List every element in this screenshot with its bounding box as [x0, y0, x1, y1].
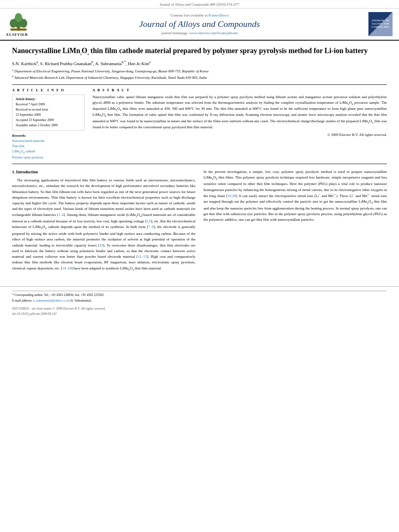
keywords-label: Keywords:: [12, 134, 84, 138]
divider-1: [12, 84, 387, 85]
doi-line: doi:10.1016/j.jallcom.2009.09.147: [12, 312, 387, 317]
article-info-abstract-columns: A R T I C L E I N F O Article history: R…: [12, 88, 387, 160]
journal-logo-right: JOURNAL OF ALLOYS AND COMPOUNDS: [364, 12, 393, 36]
journal-reference-bar: Journal of Alloys and Compounds 489 (201…: [0, 0, 399, 8]
issn-line: 0925-8388/$ – see front matter © 2009 El…: [12, 306, 387, 312]
abstract-column: A B S T R A C T Nanocrystalline cubic sp…: [93, 88, 387, 160]
footer-divider: [12, 291, 387, 291]
svg-point-4: [15, 13, 22, 22]
received-date: Received 7 April 2009 Received in revise…: [16, 102, 81, 128]
keywords-list: Nanostructured materials Thin film LiMn2…: [12, 139, 84, 160]
copyright-line: © 2009 Elsevier B.V. All rights reserved…: [93, 133, 387, 137]
body-content: 1. Introduction The increasing applicati…: [12, 169, 387, 275]
body-col-right: In the present investigation, a simple, …: [204, 169, 387, 275]
journal-title: Journal of Alloys and Compounds: [39, 19, 360, 29]
body-col-left: 1. Introduction The increasing applicati…: [12, 169, 195, 275]
keyword-1: Nanostructured materials: [12, 139, 84, 144]
sciencedirect-link[interactable]: ScienceDirect: [208, 13, 228, 17]
bottom-bar: 0925-8388/$ – see front matter © 2009 El…: [12, 306, 387, 317]
abstract-text: Nanocrystalline cubic spinel lithium man…: [93, 94, 387, 130]
elsevier-tree-icon: [6, 12, 31, 32]
author-email-link[interactable]: a_subramania@yahoo.co.in: [33, 299, 69, 302]
intro-para-1: The increasing applications of microleve…: [12, 177, 195, 272]
article-title: Nanocrystalline LiMn2O4 thin film cathod…: [12, 46, 387, 56]
page: Journal of Alloys and Compounds 489 (201…: [0, 0, 399, 532]
article-info-column: A R T I C L E I N F O Article history: R…: [12, 88, 84, 160]
journal-center: Contents lists available at ScienceDirec…: [39, 13, 360, 35]
article-info-label: A R T I C L E I N F O: [12, 88, 84, 92]
abstract-label: A B S T R A C T: [93, 88, 387, 92]
journal-logo-box: JOURNAL OF ALLOYS AND COMPOUNDS: [368, 12, 393, 36]
contents-available-line: Contents lists available at ScienceDirec…: [39, 13, 360, 17]
logo-box-text: JOURNAL OF ALLOYS AND COMPOUNDS: [370, 19, 391, 29]
divider-2: [12, 164, 387, 164]
affiliation-b: b Advanced Materials Research Lab, Depar…: [12, 74, 387, 81]
elsevier-text: ELSEVIER: [6, 33, 28, 37]
elsevier-logo: ELSEVIER: [6, 12, 35, 37]
affiliation-a: a Department of Electrical Engineering, …: [12, 68, 387, 74]
keyword-2: Thin film: [12, 144, 84, 149]
journal-ref-text: Journal of Alloys and Compounds 489 (201…: [160, 2, 240, 6]
keyword-4: Polymer spray pyrolysis: [12, 155, 84, 160]
corresponding-author: * Corresponding author. Tel.: +91 4565 2…: [12, 293, 387, 298]
article-history-box: Article history: Received 7 April 2009 R…: [12, 94, 84, 131]
footer: * Corresponding author. Tel.: +91 4565 2…: [0, 286, 399, 319]
main-content: Nanocrystalline LiMn2O4 thin film cathod…: [0, 41, 399, 278]
keyword-3: LiMn2O4 cathode: [12, 149, 84, 155]
keywords-section: Keywords: Nanostructured materials Thin …: [12, 134, 84, 160]
journal-homepage-link[interactable]: www.elsevier.com/locate/jallcom: [189, 31, 238, 35]
journal-header: ELSEVIER Contents lists available at Sci…: [0, 8, 399, 41]
email-line: E-mail address: a_subramania@yahoo.co.in…: [12, 298, 387, 303]
affiliations: a Department of Electrical Engineering, …: [12, 68, 387, 80]
intro-para-2: In the present investigation, a simple, …: [204, 169, 387, 223]
history-label: Article history:: [16, 97, 81, 101]
journal-homepage-line: journal homepage: www.elsevier.com/locat…: [39, 31, 360, 35]
authors-line: S.N. Karthicka, S. Richard Prabhu Gnanak…: [12, 60, 387, 66]
section1-heading: 1. Introduction: [12, 169, 195, 175]
